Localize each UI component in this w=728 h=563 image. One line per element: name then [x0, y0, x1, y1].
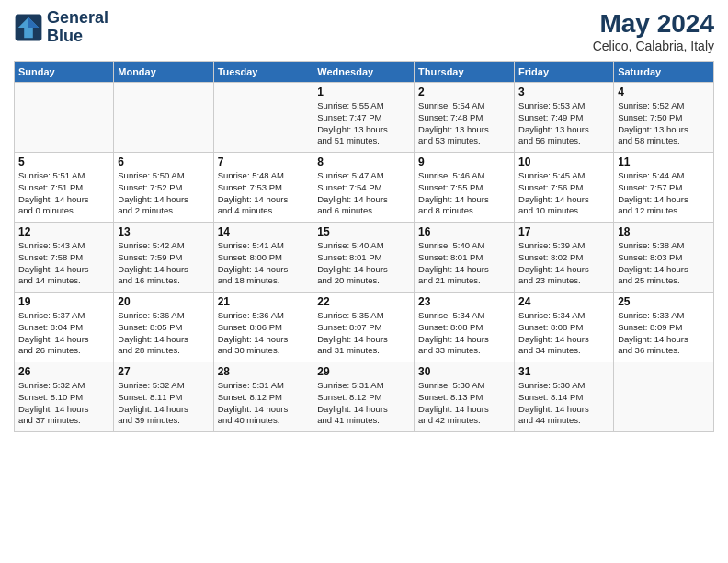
table-row: 24Sunrise: 5:34 AMSunset: 8:08 PMDayligh… [515, 293, 614, 362]
table-row: 30Sunrise: 5:30 AMSunset: 8:13 PMDayligh… [415, 362, 515, 432]
day-info: Sunrise: 5:34 AMSunset: 8:08 PMDaylight:… [518, 310, 609, 357]
table-row: 9Sunrise: 5:46 AMSunset: 7:55 PMDaylight… [415, 153, 515, 223]
day-number: 1 [317, 86, 410, 98]
table-row: 29Sunrise: 5:31 AMSunset: 8:12 PMDayligh… [313, 362, 415, 432]
day-info: Sunrise: 5:41 AMSunset: 8:00 PMDaylight:… [218, 240, 310, 287]
table-row [213, 83, 313, 153]
logo: General Blue [14, 9, 108, 46]
day-number: 17 [518, 225, 609, 238]
day-info: Sunrise: 5:36 AMSunset: 8:06 PMDaylight:… [218, 310, 310, 357]
day-number: 21 [218, 295, 310, 308]
day-number: 30 [418, 365, 510, 378]
day-number: 19 [18, 295, 109, 308]
table-row: 26Sunrise: 5:32 AMSunset: 8:10 PMDayligh… [15, 362, 114, 432]
table-row: 8Sunrise: 5:47 AMSunset: 7:54 PMDaylight… [313, 153, 415, 223]
day-number: 22 [317, 295, 410, 308]
table-row: 10Sunrise: 5:45 AMSunset: 7:56 PMDayligh… [515, 153, 614, 223]
day-info: Sunrise: 5:40 AMSunset: 8:01 PMDaylight:… [317, 240, 410, 287]
day-info: Sunrise: 5:39 AMSunset: 8:02 PMDaylight:… [518, 240, 609, 287]
day-info: Sunrise: 5:32 AMSunset: 8:11 PMDaylight:… [118, 380, 209, 427]
day-number: 24 [518, 295, 609, 308]
table-row [114, 83, 213, 153]
table-row: 18Sunrise: 5:38 AMSunset: 8:03 PMDayligh… [614, 223, 714, 293]
day-info: Sunrise: 5:35 AMSunset: 8:07 PMDaylight:… [317, 310, 410, 357]
day-info: Sunrise: 5:33 AMSunset: 8:09 PMDaylight:… [618, 310, 710, 357]
table-row [614, 362, 714, 432]
day-info: Sunrise: 5:54 AMSunset: 7:48 PMDaylight:… [418, 100, 510, 147]
table-row: 15Sunrise: 5:40 AMSunset: 8:01 PMDayligh… [313, 223, 415, 293]
day-number: 11 [618, 155, 710, 168]
table-row: 16Sunrise: 5:40 AMSunset: 8:01 PMDayligh… [415, 223, 515, 293]
day-info: Sunrise: 5:32 AMSunset: 8:10 PMDaylight:… [18, 380, 109, 427]
day-number: 26 [18, 365, 109, 378]
table-row: 5Sunrise: 5:51 AMSunset: 7:51 PMDaylight… [15, 153, 114, 223]
day-number: 29 [317, 365, 410, 378]
day-info: Sunrise: 5:45 AMSunset: 7:56 PMDaylight:… [518, 170, 609, 217]
table-row: 1Sunrise: 5:55 AMSunset: 7:47 PMDaylight… [313, 83, 415, 153]
day-info: Sunrise: 5:34 AMSunset: 8:08 PMDaylight:… [418, 310, 510, 357]
day-number: 2 [418, 86, 510, 98]
page-container: General Blue May 2024 Celico, Calabria, … [0, 0, 728, 442]
page-header: General Blue May 2024 Celico, Calabria, … [14, 9, 714, 53]
day-number: 9 [418, 155, 510, 168]
week-row-5: 26Sunrise: 5:32 AMSunset: 8:10 PMDayligh… [15, 362, 714, 432]
day-number: 15 [317, 225, 410, 238]
table-row: 28Sunrise: 5:31 AMSunset: 8:12 PMDayligh… [213, 362, 313, 432]
location-subtitle: Celico, Calabria, Italy [593, 39, 714, 53]
logo-blue: Blue [47, 27, 83, 45]
table-row: 7Sunrise: 5:48 AMSunset: 7:53 PMDaylight… [213, 153, 313, 223]
table-row: 14Sunrise: 5:41 AMSunset: 8:00 PMDayligh… [213, 223, 313, 293]
table-row: 6Sunrise: 5:50 AMSunset: 7:52 PMDaylight… [114, 153, 213, 223]
day-number: 28 [218, 365, 310, 378]
day-number: 31 [518, 365, 609, 378]
day-number: 27 [118, 365, 209, 378]
table-row: 22Sunrise: 5:35 AMSunset: 8:07 PMDayligh… [313, 293, 415, 362]
logo-name: General Blue [47, 9, 108, 46]
day-info: Sunrise: 5:50 AMSunset: 7:52 PMDaylight:… [118, 170, 209, 217]
weekday-header-row: Sunday Monday Tuesday Wednesday Thursday… [15, 62, 714, 83]
table-row: 21Sunrise: 5:36 AMSunset: 8:06 PMDayligh… [213, 293, 313, 362]
day-info: Sunrise: 5:44 AMSunset: 7:57 PMDaylight:… [618, 170, 710, 217]
day-info: Sunrise: 5:30 AMSunset: 8:13 PMDaylight:… [418, 380, 510, 427]
day-number: 20 [118, 295, 209, 308]
table-row: 31Sunrise: 5:30 AMSunset: 8:14 PMDayligh… [515, 362, 614, 432]
header-friday: Friday [515, 62, 614, 83]
week-row-1: 1Sunrise: 5:55 AMSunset: 7:47 PMDaylight… [15, 83, 714, 153]
day-info: Sunrise: 5:52 AMSunset: 7:50 PMDaylight:… [618, 100, 710, 147]
day-info: Sunrise: 5:48 AMSunset: 7:53 PMDaylight:… [218, 170, 310, 217]
day-number: 25 [618, 295, 710, 308]
day-info: Sunrise: 5:42 AMSunset: 7:59 PMDaylight:… [118, 240, 209, 287]
day-number: 23 [418, 295, 510, 308]
week-row-3: 12Sunrise: 5:43 AMSunset: 7:58 PMDayligh… [15, 223, 714, 293]
day-info: Sunrise: 5:51 AMSunset: 7:51 PMDaylight:… [18, 170, 109, 217]
logo-text-block: General Blue [47, 9, 108, 46]
day-info: Sunrise: 5:47 AMSunset: 7:54 PMDaylight:… [317, 170, 410, 217]
day-info: Sunrise: 5:53 AMSunset: 7:49 PMDaylight:… [518, 100, 609, 147]
day-number: 12 [18, 225, 109, 238]
table-row: 2Sunrise: 5:54 AMSunset: 7:48 PMDaylight… [415, 83, 515, 153]
logo-general: General [47, 8, 108, 27]
month-year-title: May 2024 [593, 9, 714, 39]
header-thursday: Thursday [415, 62, 515, 83]
day-info: Sunrise: 5:43 AMSunset: 7:58 PMDaylight:… [18, 240, 109, 287]
week-row-4: 19Sunrise: 5:37 AMSunset: 8:04 PMDayligh… [15, 293, 714, 362]
day-number: 7 [218, 155, 310, 168]
day-number: 18 [618, 225, 710, 238]
day-info: Sunrise: 5:37 AMSunset: 8:04 PMDaylight:… [18, 310, 109, 357]
day-number: 14 [218, 225, 310, 238]
table-row: 23Sunrise: 5:34 AMSunset: 8:08 PMDayligh… [415, 293, 515, 362]
day-info: Sunrise: 5:31 AMSunset: 8:12 PMDaylight:… [218, 380, 310, 427]
day-info: Sunrise: 5:46 AMSunset: 7:55 PMDaylight:… [418, 170, 510, 217]
table-row: 3Sunrise: 5:53 AMSunset: 7:49 PMDaylight… [515, 83, 614, 153]
header-saturday: Saturday [614, 62, 714, 83]
day-number: 5 [18, 155, 109, 168]
table-row: 19Sunrise: 5:37 AMSunset: 8:04 PMDayligh… [15, 293, 114, 362]
day-info: Sunrise: 5:31 AMSunset: 8:12 PMDaylight:… [317, 380, 410, 427]
day-number: 3 [518, 86, 609, 98]
header-monday: Monday [114, 62, 213, 83]
day-info: Sunrise: 5:55 AMSunset: 7:47 PMDaylight:… [317, 100, 410, 147]
table-row: 25Sunrise: 5:33 AMSunset: 8:09 PMDayligh… [614, 293, 714, 362]
table-row: 13Sunrise: 5:42 AMSunset: 7:59 PMDayligh… [114, 223, 213, 293]
table-row: 20Sunrise: 5:36 AMSunset: 8:05 PMDayligh… [114, 293, 213, 362]
day-info: Sunrise: 5:30 AMSunset: 8:14 PMDaylight:… [518, 380, 609, 427]
